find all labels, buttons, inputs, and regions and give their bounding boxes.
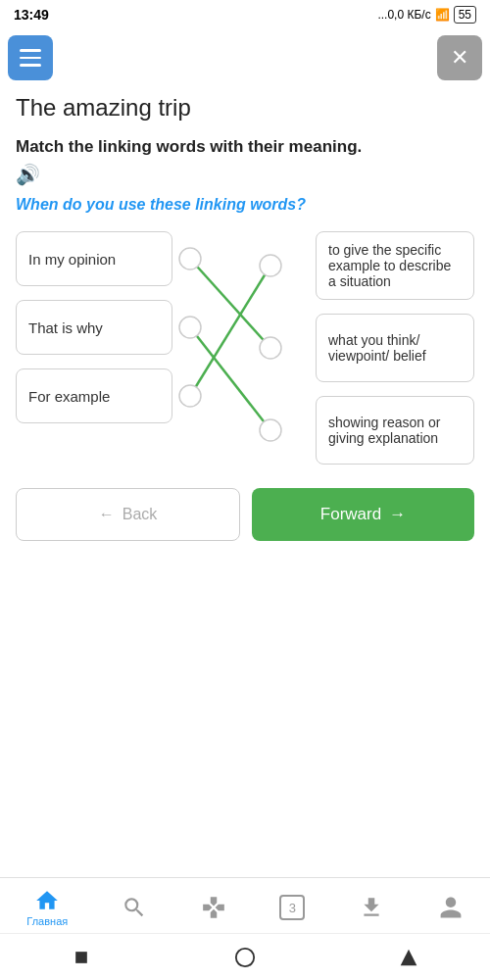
svg-point-8 bbox=[260, 255, 281, 276]
android-back-icon bbox=[72, 948, 91, 967]
home-icon bbox=[34, 888, 60, 913]
android-nav bbox=[0, 933, 490, 980]
svg-line-6 bbox=[190, 266, 270, 396]
match-area: In my opinion That is why For example to… bbox=[16, 231, 474, 465]
right-item-1[interactable]: what you think/ viewpoint/ belief bbox=[316, 314, 474, 382]
signal-text: ...0,0 КБ/с bbox=[377, 8, 430, 22]
left-item-1[interactable]: That is why bbox=[16, 300, 172, 355]
page-title: The amazing trip bbox=[0, 86, 490, 125]
android-recents-icon bbox=[399, 948, 418, 967]
right-column: to give the specific example to describe… bbox=[316, 231, 474, 465]
badge-icon: 3 bbox=[279, 895, 305, 920]
nav-profile[interactable] bbox=[438, 895, 464, 920]
status-icons: ...0,0 КБ/с 📶 55 bbox=[377, 6, 476, 24]
gamepad-icon bbox=[201, 895, 226, 920]
nav-badge[interactable]: 3 bbox=[279, 895, 305, 920]
right-item-2[interactable]: showing reason or giving explanation bbox=[316, 396, 474, 465]
svg-point-4 bbox=[179, 317, 201, 338]
connection-lines bbox=[172, 231, 288, 465]
left-item-2[interactable]: For example bbox=[16, 368, 172, 423]
android-home-icon bbox=[234, 947, 256, 968]
forward-arrow-icon: → bbox=[389, 505, 406, 524]
status-bar: 13:49 ...0,0 КБ/с 📶 55 bbox=[0, 0, 490, 29]
wifi-icon: 📶 bbox=[435, 8, 450, 22]
svg-rect-9 bbox=[75, 952, 87, 963]
download-icon bbox=[359, 895, 384, 920]
question-text: When do you use these linking words? bbox=[16, 196, 474, 214]
right-item-0[interactable]: to give the specific example to describe… bbox=[316, 231, 474, 300]
profile-icon bbox=[438, 895, 464, 920]
svg-point-7 bbox=[179, 385, 201, 407]
svg-marker-11 bbox=[400, 949, 416, 965]
instruction-text: Match the linking words with their meani… bbox=[16, 137, 474, 157]
menu-button[interactable] bbox=[8, 35, 53, 80]
svg-point-5 bbox=[260, 419, 281, 441]
android-recents[interactable] bbox=[394, 943, 423, 972]
connector-area bbox=[172, 231, 288, 465]
battery-icon: 55 bbox=[454, 6, 476, 24]
svg-line-0 bbox=[190, 259, 270, 348]
back-button[interactable]: ← Back bbox=[16, 488, 240, 541]
search-icon bbox=[122, 895, 147, 920]
bottom-nav: Главная 3 bbox=[0, 877, 490, 933]
svg-line-3 bbox=[190, 327, 270, 430]
forward-button[interactable]: Forward → bbox=[252, 488, 474, 541]
android-back[interactable] bbox=[67, 943, 96, 972]
status-time: 13:49 bbox=[14, 7, 49, 23]
top-nav: ✕ bbox=[0, 29, 490, 86]
close-button[interactable]: ✕ bbox=[437, 35, 482, 80]
audio-button[interactable]: 🔊 bbox=[16, 163, 40, 186]
nav-search[interactable] bbox=[122, 895, 147, 920]
nav-home-label: Главная bbox=[26, 915, 68, 927]
nav-home[interactable]: Главная bbox=[26, 888, 68, 927]
main-content: Match the linking words with their meani… bbox=[0, 125, 490, 572]
svg-point-1 bbox=[179, 248, 201, 270]
left-item-0[interactable]: In my opinion bbox=[16, 231, 172, 286]
back-arrow-icon: ← bbox=[99, 506, 115, 523]
nav-games[interactable] bbox=[201, 895, 226, 920]
svg-point-2 bbox=[260, 337, 281, 359]
nav-buttons: ← Back Forward → bbox=[16, 488, 474, 541]
svg-point-10 bbox=[236, 948, 254, 965]
left-column: In my opinion That is why For example bbox=[16, 231, 172, 465]
nav-download[interactable] bbox=[359, 895, 384, 920]
android-home[interactable] bbox=[230, 943, 260, 972]
